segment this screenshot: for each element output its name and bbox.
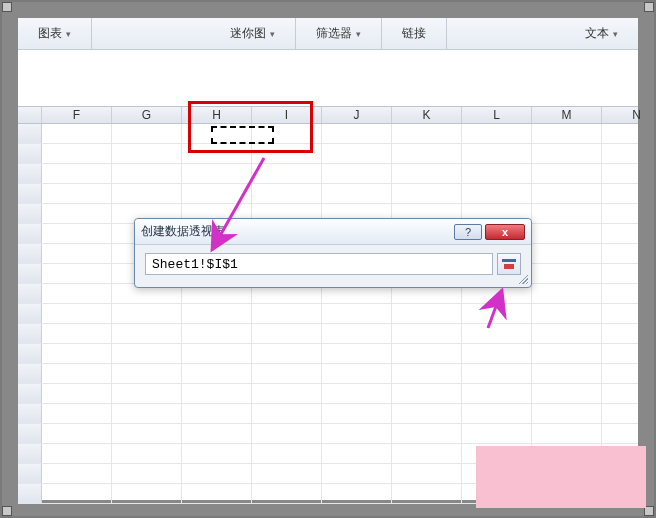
cell[interactable] xyxy=(322,184,392,203)
cell[interactable] xyxy=(392,344,462,363)
cell[interactable] xyxy=(532,304,602,323)
cell[interactable] xyxy=(462,144,532,163)
ribbon-group-text[interactable]: 文本 ▾ xyxy=(565,18,638,49)
cell[interactable] xyxy=(322,464,392,483)
cell[interactable] xyxy=(112,404,182,423)
ribbon-group-chart[interactable]: 图表 ▾ xyxy=(18,18,92,49)
cell[interactable] xyxy=(532,364,602,383)
cell[interactable] xyxy=(462,124,532,143)
cell[interactable] xyxy=(532,344,602,363)
cell[interactable] xyxy=(322,364,392,383)
cell[interactable] xyxy=(112,164,182,183)
cell[interactable] xyxy=(322,124,392,143)
crop-handle-tl[interactable] xyxy=(2,2,12,12)
column-header[interactable]: K xyxy=(392,107,462,123)
row-header[interactable] xyxy=(18,364,42,383)
cell[interactable] xyxy=(322,404,392,423)
cell[interactable] xyxy=(42,424,112,443)
cell[interactable] xyxy=(462,364,532,383)
cell[interactable] xyxy=(112,184,182,203)
cell[interactable] xyxy=(602,304,656,323)
cell[interactable] xyxy=(462,384,532,403)
cell[interactable] xyxy=(462,304,532,323)
row-header[interactable] xyxy=(18,424,42,443)
cell[interactable] xyxy=(462,404,532,423)
row-header[interactable] xyxy=(18,384,42,403)
cell[interactable] xyxy=(322,384,392,403)
cell[interactable] xyxy=(532,284,602,303)
cell[interactable] xyxy=(252,344,322,363)
cell[interactable] xyxy=(112,464,182,483)
row-header[interactable] xyxy=(18,224,42,243)
row-header[interactable] xyxy=(18,164,42,183)
cell[interactable] xyxy=(392,444,462,463)
cell[interactable] xyxy=(42,364,112,383)
cell[interactable] xyxy=(252,444,322,463)
cell[interactable] xyxy=(42,484,112,503)
cell[interactable] xyxy=(392,324,462,343)
cell[interactable] xyxy=(322,304,392,323)
cell[interactable] xyxy=(322,324,392,343)
cell[interactable] xyxy=(252,164,322,183)
dialog-close-button[interactable]: x xyxy=(485,224,525,240)
cell[interactable] xyxy=(532,264,602,283)
cell[interactable] xyxy=(322,444,392,463)
cell[interactable] xyxy=(252,364,322,383)
ribbon-group-link[interactable]: 链接 xyxy=(382,18,447,49)
cell[interactable] xyxy=(392,384,462,403)
column-header[interactable]: I xyxy=(252,107,322,123)
crop-handle-bl[interactable] xyxy=(2,506,12,516)
cell[interactable] xyxy=(252,424,322,443)
cell[interactable] xyxy=(42,204,112,223)
cell[interactable] xyxy=(112,484,182,503)
row-header[interactable] xyxy=(18,144,42,163)
cell[interactable] xyxy=(252,124,322,143)
cell[interactable] xyxy=(112,424,182,443)
cell[interactable] xyxy=(602,424,656,443)
cell[interactable] xyxy=(602,284,656,303)
cell[interactable] xyxy=(42,344,112,363)
cell[interactable] xyxy=(42,244,112,263)
row-header[interactable] xyxy=(18,284,42,303)
ribbon-group-filter[interactable]: 筛选器 ▾ xyxy=(296,18,382,49)
cell[interactable] xyxy=(532,404,602,423)
cell[interactable] xyxy=(602,264,656,283)
cell[interactable] xyxy=(42,284,112,303)
worksheet-grid[interactable]: F G H I J K L M N xyxy=(18,106,638,500)
cell[interactable] xyxy=(532,204,602,223)
cell[interactable] xyxy=(112,324,182,343)
row-header[interactable] xyxy=(18,324,42,343)
cell[interactable] xyxy=(602,144,656,163)
cell[interactable] xyxy=(392,484,462,503)
cell[interactable] xyxy=(42,124,112,143)
cell[interactable] xyxy=(112,344,182,363)
column-header[interactable]: G xyxy=(112,107,182,123)
cell[interactable] xyxy=(532,164,602,183)
cell[interactable] xyxy=(252,464,322,483)
cell[interactable] xyxy=(42,384,112,403)
dialog-resize-handle[interactable] xyxy=(516,272,528,284)
cell[interactable] xyxy=(532,124,602,143)
cell[interactable] xyxy=(42,164,112,183)
cell[interactable] xyxy=(532,144,602,163)
cell[interactable] xyxy=(602,244,656,263)
create-pivottable-dialog[interactable]: 创建数据透视表 ? x xyxy=(134,218,532,288)
cell[interactable] xyxy=(392,364,462,383)
column-header[interactable]: L xyxy=(462,107,532,123)
row-header[interactable] xyxy=(18,444,42,463)
cell[interactable] xyxy=(602,224,656,243)
cell[interactable] xyxy=(182,164,252,183)
cell[interactable] xyxy=(602,184,656,203)
cell[interactable] xyxy=(42,264,112,283)
cell[interactable] xyxy=(182,484,252,503)
cell[interactable] xyxy=(322,144,392,163)
cell[interactable] xyxy=(42,444,112,463)
select-all-corner[interactable] xyxy=(18,107,42,123)
cell[interactable] xyxy=(602,404,656,423)
cell[interactable] xyxy=(42,144,112,163)
cell[interactable] xyxy=(602,164,656,183)
cell[interactable] xyxy=(532,184,602,203)
cell[interactable] xyxy=(392,144,462,163)
row-header[interactable] xyxy=(18,304,42,323)
cell[interactable] xyxy=(252,384,322,403)
